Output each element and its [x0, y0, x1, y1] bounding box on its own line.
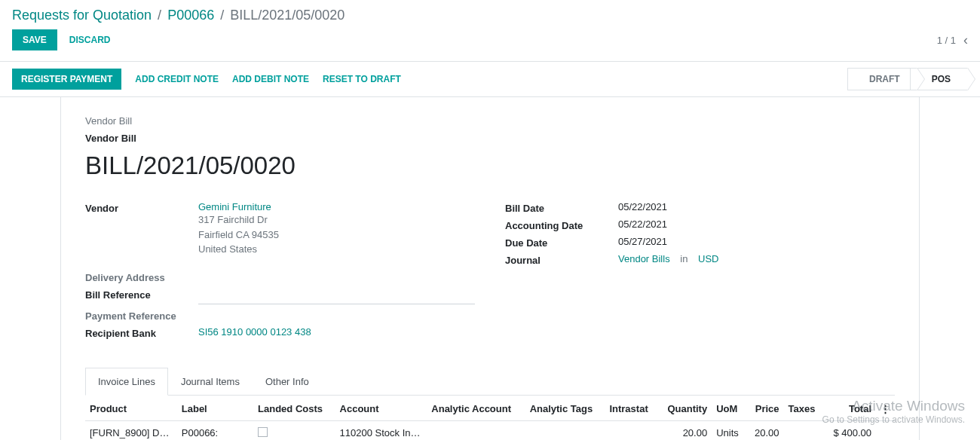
col-quantity[interactable]: Quantity [658, 396, 712, 421]
col-analytic-tags[interactable]: Analytic Tags [525, 396, 605, 421]
discard-button[interactable]: DISCARD [69, 35, 111, 45]
cell-price[interactable]: 20.00 [746, 420, 783, 440]
due-date-label: Due Date [505, 236, 618, 249]
cell-landed-costs[interactable] [253, 420, 335, 440]
form-sheet: Vendor Bill Vendor Bill BILL/2021/05/002… [60, 96, 920, 440]
doc-subtype-label: Vendor Bill [85, 133, 895, 144]
bill-date-value[interactable]: 05/22/2021 [618, 201, 895, 212]
doc-type-label: Vendor Bill [85, 115, 895, 127]
col-label[interactable]: Label [177, 396, 253, 421]
vendor-address-line: United States [198, 242, 475, 257]
checkbox-icon[interactable] [258, 427, 268, 437]
add-debit-note-button[interactable]: ADD DEBIT NOTE [232, 74, 309, 84]
col-uom[interactable]: UoM [712, 396, 746, 421]
tab-other-info[interactable]: Other Info [253, 368, 322, 396]
accounting-date-value[interactable]: 05/22/2021 [618, 218, 895, 230]
breadcrumb: Requests for Quotation / P00066 / BILL/2… [0, 0, 980, 26]
reset-to-draft-button[interactable]: RESET TO DRAFT [323, 74, 401, 84]
tab-invoice-lines[interactable]: Invoice Lines [85, 368, 168, 396]
vendor-link[interactable]: Gemini Furniture [198, 201, 475, 212]
cell-total[interactable]: $ 400.00 [824, 420, 876, 440]
recipient-bank-link[interactable]: SI56 1910 0000 0123 438 [198, 326, 311, 338]
vendor-address-line: 317 Fairchild Dr [198, 212, 475, 228]
accounting-date-label: Accounting Date [505, 218, 618, 231]
col-landed-costs[interactable]: Landed Costs [253, 396, 335, 421]
cell-analytic-account[interactable] [427, 420, 525, 440]
col-analytic-account[interactable]: Analytic Account [427, 396, 525, 421]
breadcrumb-mid-link[interactable]: P00066 [167, 8, 214, 23]
action-bar: SAVE DISCARD 1 / 1 ‹ [0, 26, 980, 61]
bill-reference-input[interactable] [198, 291, 475, 304]
register-payment-button[interactable]: REGISTER PAYMENT [12, 69, 121, 90]
col-product[interactable]: Product [85, 396, 177, 421]
cell-product[interactable]: [FURN_8900] Dra… [85, 420, 177, 440]
journal-label: Journal [505, 253, 618, 266]
col-taxes[interactable]: Taxes [784, 396, 824, 421]
col-price[interactable]: Price [746, 396, 783, 421]
recipient-bank-label: Recipient Bank [85, 326, 198, 339]
tabs: Invoice Lines Journal Items Other Info [85, 368, 895, 396]
due-date-value[interactable]: 05/27/2021 [618, 236, 895, 247]
breadcrumb-separator: / [158, 8, 161, 23]
breadcrumb-current: BILL/2021/05/0020 [230, 8, 345, 23]
vendor-address-line: Fairfield CA 94535 [198, 228, 475, 243]
kebab-icon[interactable]: ⋮ [880, 403, 890, 414]
cell-uom[interactable]: Units [712, 420, 746, 440]
bill-reference-label: Bill Reference [85, 288, 198, 301]
tab-journal-items[interactable]: Journal Items [168, 368, 253, 396]
button-bar: REGISTER PAYMENT ADD CREDIT NOTE ADD DEB… [0, 61, 980, 97]
vendor-label: Vendor [85, 201, 198, 214]
pager: 1 / 1 ‹ [937, 32, 968, 48]
journal-link[interactable]: Vendor Bills [618, 253, 670, 264]
col-account[interactable]: Account [335, 396, 427, 421]
cell-label[interactable]: P00066: [FURN_8900] [177, 420, 253, 440]
invoice-lines-table: Product Label Landed Costs Account Analy… [85, 396, 895, 441]
save-button[interactable]: SAVE [12, 29, 57, 50]
breadcrumb-separator: / [220, 8, 224, 23]
cell-taxes[interactable] [784, 420, 824, 440]
status-draft[interactable]: DRAFT [847, 68, 917, 90]
delivery-address-label: Delivery Address [85, 270, 198, 283]
pager-text: 1 / 1 [937, 35, 956, 46]
journal-currency-link[interactable]: USD [698, 253, 718, 264]
cell-intrastat[interactable] [605, 420, 657, 440]
journal-in-text: in [680, 253, 688, 264]
col-total[interactable]: Total [824, 396, 876, 421]
table-row[interactable]: [FURN_8900] Dra… P00066: [FURN_8900] 110… [85, 420, 895, 440]
doc-title[interactable]: BILL/2021/05/0020 [85, 151, 895, 180]
cell-account[interactable]: 110200 Stock Int… [335, 420, 427, 440]
add-credit-note-button[interactable]: ADD CREDIT NOTE [135, 74, 219, 84]
breadcrumb-root-link[interactable]: Requests for Quotation [12, 8, 152, 23]
cell-quantity[interactable]: 20.00 [658, 420, 712, 440]
col-intrastat[interactable]: Intrastat [605, 396, 657, 421]
bill-date-label: Bill Date [505, 201, 618, 214]
payment-reference-label: Payment Reference [85, 309, 198, 322]
status-bar: DRAFT POS [847, 68, 968, 90]
pager-prev-icon[interactable]: ‹ [963, 32, 968, 48]
cell-analytic-tags[interactable] [525, 420, 605, 440]
